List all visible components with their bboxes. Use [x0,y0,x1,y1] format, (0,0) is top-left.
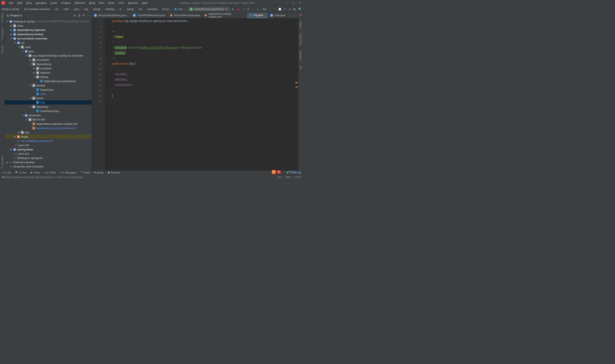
tool-find[interactable]: 🔍 3: Find [15,171,26,174]
search-button[interactable]: 🔍 [298,7,302,11]
git-push-button[interactable]: ⬈ [288,7,291,11]
debug-button[interactable]: 🐞 [236,7,240,11]
tab-dependency-lookup-xml[interactable]: ⬘dependency-lookup-context.xml [202,12,247,18]
git-revert-button[interactable]: ↶ [284,7,287,11]
menu-tools[interactable]: Tools [106,0,116,5]
tab-city[interactable]: ECity.java× [247,12,268,18]
code-area[interactable]: 12345678 910111213141516 package org.xia… [92,18,298,170]
select-opened-button[interactable]: ⇶ [78,14,80,17]
status-message: Build completed successfully with 3 warn… [4,176,83,178]
bc-item[interactable]: ioc [138,7,143,11]
tab-classpathresource[interactable]: CClassPathResource.java [131,12,167,18]
app-icon [2,1,5,5]
stop-button[interactable]: ■ [256,7,259,11]
tool-database[interactable]: Database [299,50,302,60]
bc-item[interactable]: Enum [161,7,170,11]
ime-lang-icon[interactable]: 中 [277,170,281,174]
tab-list-icon[interactable]: ⋮ [294,14,296,17]
menu-edit[interactable]: Edit [16,0,24,5]
menu-refactor[interactable]: Refactor [73,0,87,5]
bc-item[interactable]: overview [146,7,158,11]
coverage-button[interactable]: ⬡ [242,7,245,11]
warning-mark-icon[interactable] [295,87,298,87]
menu-build[interactable]: Build [87,0,97,5]
bc-item[interactable]: src [54,7,59,11]
bc-item[interactable]: xiaoge [92,7,101,11]
close-button[interactable]: ✕ [299,1,301,4]
tool-messages[interactable]: ✉ 0: Messages [60,171,76,174]
bc-item[interactable]: thinking [105,7,115,11]
menu-help[interactable]: Help [140,0,149,5]
tool-ant[interactable]: Ant [299,66,302,69]
attach-button[interactable]: ⋯ [251,7,254,11]
tool-restful[interactable]: RestfulTool [299,34,302,45]
tab-dropdown-icon[interactable]: ⌄ [289,14,292,17]
profile-button[interactable]: ◔ [246,7,249,11]
maximize-button[interactable]: ▢ [292,1,294,4]
tray-icon[interactable]: • [282,170,286,174]
tool-favorites[interactable]: 2: Favorites [1,156,4,168]
file-encoding[interactable]: UTF-8 [294,176,301,178]
os-tray: S 中 • 🎤 ⌨ ⊞ [271,169,302,175]
menu-run[interactable]: Run [97,0,106,5]
line-separator[interactable]: CRLF [285,176,292,178]
warning-mark-icon[interactable] [295,82,298,83]
project-tree[interactable]: ▼▣thinking-in-spring D:\worksprace\极客学习\… [5,19,92,170]
panel-title[interactable]: Project ▾ [10,14,71,17]
bc-item[interactable]: inking-in-spring [1,7,20,11]
tool-run[interactable]: ▶ 4: Run [30,171,40,174]
tool-build[interactable]: 🔨 Build [80,171,90,174]
close-icon[interactable]: × [127,14,128,17]
panel-minimize-icon[interactable]: — [87,14,90,17]
tool-terminal[interactable]: ▣ Terminal [108,171,120,174]
tool-git[interactable]: ⎇ 9: Git [2,171,11,174]
git-history-button[interactable]: 🕐 [278,7,282,11]
tab-dencylookupdemo[interactable]: CdencyLookupDemo.java× [92,12,131,18]
run-configuration-dropdown[interactable]: C DependencyLookupDemo ▼ [188,7,230,11]
minimize-button[interactable]: ─ [286,1,288,4]
tool-todo[interactable]: ≡ 6: TODO [44,171,56,174]
ide-settings-button[interactable]: ◧ [293,7,296,11]
ime-icon[interactable]: S [272,170,276,174]
tree-item-city[interactable]: ECity [5,100,92,104]
tool-commit[interactable]: Commit [1,45,4,53]
tray-icon[interactable]: ⌨ [292,170,296,174]
breadcrumb: inking-in-spring〉 ioc-container-overview… [1,7,183,11]
tab-user[interactable]: CUser.java [268,12,287,18]
tray-icon[interactable]: 🎤 [287,170,291,174]
tool-spring[interactable]: ❀ Spring [94,171,103,174]
caret-position[interactable]: 16:1 [278,176,282,178]
tool-maven[interactable]: Maven [299,22,302,29]
bc-item[interactable]: in [119,7,122,11]
bc-item[interactable]: ioc-container-overview [23,7,51,11]
tray-icon[interactable]: ⊞ [297,170,301,174]
bc-item[interactable]: org [83,7,88,11]
close-icon[interactable]: × [264,14,266,16]
tool-structure[interactable]: 7: Structure [1,28,4,40]
back-arrow-icon[interactable]: ↖ [183,7,186,11]
bc-item[interactable]: main [63,7,70,11]
menu-analyze[interactable]: Analyze [59,0,73,5]
menu-file[interactable]: File [7,0,15,5]
project-dropdown-icon[interactable]: ▤ [6,14,9,17]
run-button[interactable]: ▶ [231,7,234,11]
right-tool-stripe: m Maven RestfulTool Database Ant [298,12,303,170]
git-update-button[interactable]: ✓ [268,7,271,11]
bc-item[interactable]: java [73,7,80,11]
panel-settings-icon[interactable]: ⚙ [82,14,85,17]
locate-button[interactable]: ⊕ [73,14,76,17]
tab-abstractresource[interactable]: ⬘AbstractResource.java [168,12,202,18]
git-label: Git: [263,8,267,11]
menu-window[interactable]: Window [126,0,139,5]
git-commit-button[interactable]: ✓ [273,7,276,11]
panel-header: ▤ Project ▾ ⊕ ⇶ ⚙ — [5,12,92,19]
menu-view[interactable]: View [24,0,34,5]
status-icon[interactable]: ▣ [2,176,4,178]
menu-navigate[interactable]: Navigate [34,0,48,5]
menu-vcs[interactable]: VCS [117,0,126,5]
tool-project[interactable]: 1: Project [1,13,4,23]
maven-icon[interactable]: m [299,13,302,16]
bc-item-current[interactable]: ECity [174,7,183,11]
bc-item[interactable]: spring [126,7,134,11]
menu-code[interactable]: Code [49,0,59,5]
